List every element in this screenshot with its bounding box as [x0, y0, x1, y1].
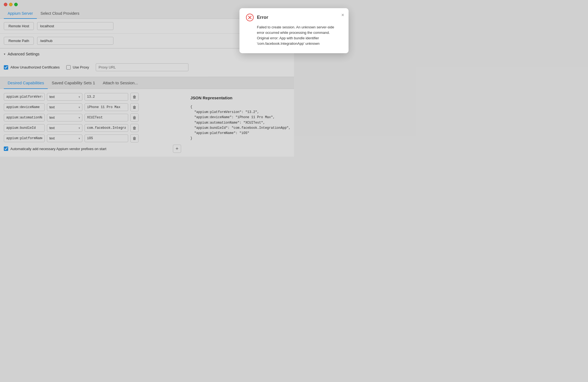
error-header: Error	[246, 14, 294, 21]
error-title: Error	[257, 15, 268, 20]
error-overlay: Error × Failed to create session. An unk…	[0, 0, 294, 191]
error-dialog: Error × Failed to create session. An unk…	[239, 8, 294, 53]
error-icon	[246, 14, 254, 21]
error-message: Failed to create session. An unknown ser…	[246, 25, 294, 47]
